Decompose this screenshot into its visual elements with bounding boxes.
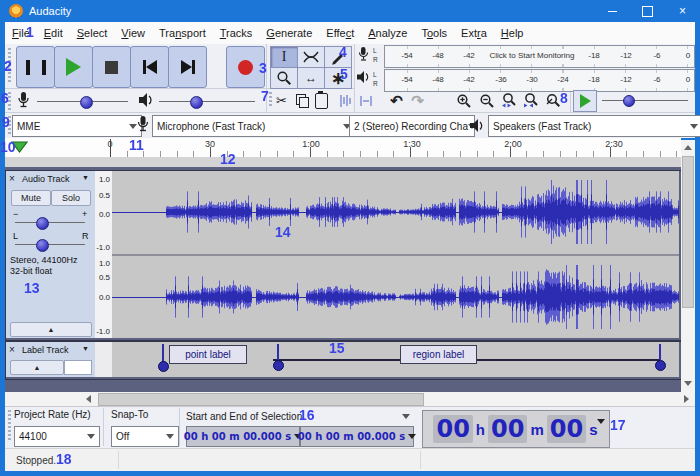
playback-meter[interactable]: -54-48-42-36-30-24-18-12-60 (384, 69, 695, 92)
collapse-label-track-button[interactable]: ▲ (10, 360, 64, 375)
menu-item-transport[interactable]: Transport (152, 27, 213, 39)
play-at-speed-button[interactable] (573, 90, 597, 112)
scroll-down-icon[interactable] (684, 381, 692, 386)
pinned-play-head-icon[interactable] (11, 141, 29, 154)
region-end-pin[interactable] (655, 360, 666, 371)
position-minutes[interactable]: 00 (488, 415, 527, 443)
solo-button[interactable]: Solo (51, 190, 91, 206)
minimize-button[interactable] (595, 0, 630, 22)
zoom-out-button[interactable] (478, 92, 495, 109)
playback-volume-thumb[interactable] (190, 96, 203, 109)
project-rate-select[interactable]: 44100 (14, 426, 100, 447)
draw-tool-button[interactable] (324, 46, 352, 68)
playback-device-select[interactable]: Speakers (Fast Track) (488, 115, 700, 137)
recording-channels-select[interactable]: 2 (Stereo) Recording Cha (349, 115, 475, 137)
envelope-tool-button[interactable] (297, 46, 325, 68)
region-start-pin[interactable] (273, 360, 284, 371)
play-speed-slider[interactable] (602, 100, 688, 101)
mixer-toolbar-grip[interactable] (8, 92, 11, 110)
pan-slider-thumb[interactable] (36, 239, 49, 252)
multi-tool-button[interactable]: ∗ (324, 67, 352, 89)
silence-audio-button[interactable] (357, 92, 374, 109)
play-speed-thumb[interactable] (623, 95, 635, 107)
close-button[interactable]: × (665, 0, 700, 22)
menu-item-extra[interactable]: Extra (454, 27, 494, 39)
redo-button[interactable]: ↷ (409, 92, 426, 109)
point-label-text[interactable]: point label (169, 345, 247, 364)
edit-toolbar-grip[interactable] (269, 92, 272, 108)
selection-end-field[interactable]: 00 h 00 m 00.000 s (300, 426, 414, 447)
collapse-track-button[interactable]: ▲ (10, 322, 92, 337)
gain-slider[interactable] (15, 222, 85, 223)
pan-slider[interactable] (15, 244, 85, 245)
mute-button[interactable]: Mute (11, 190, 51, 206)
recording-meter-mic-icon[interactable] (357, 46, 369, 63)
menu-item-select[interactable]: Select (70, 27, 115, 39)
maximize-button[interactable] (630, 0, 665, 22)
menu-item-tools[interactable]: Tools (414, 27, 454, 39)
audio-track-close-button[interactable]: × (9, 173, 15, 184)
waveform-canvas[interactable] (112, 171, 679, 338)
amplitude-ruler[interactable]: 1.00.50.0-1.01.00.50.0-1.0 (95, 171, 113, 338)
label-track-menu-arrow[interactable]: ▼ (82, 345, 89, 352)
region-end-stem[interactable] (659, 344, 661, 360)
menu-item-generate[interactable]: Generate (259, 27, 319, 39)
position-seconds[interactable]: 00 (547, 415, 586, 443)
label-track-close-button[interactable]: × (9, 344, 15, 355)
title-bar[interactable]: Audacity × (0, 0, 700, 22)
menu-item-analyze[interactable]: Analyze (361, 27, 414, 39)
scroll-up-icon[interactable] (684, 145, 692, 150)
horizontal-scrollbar-thumb[interactable] (98, 393, 424, 406)
play-button[interactable] (54, 46, 93, 88)
undo-button[interactable]: ↶ (388, 92, 405, 109)
vertical-scrollbar-thumb[interactable] (682, 156, 694, 308)
zoom-in-button[interactable] (455, 92, 472, 109)
skip-to-start-button[interactable] (130, 46, 169, 88)
pause-button[interactable] (16, 46, 55, 88)
record-button[interactable] (226, 46, 265, 88)
recording-meter-message[interactable]: Click to Start Monitoring (490, 51, 575, 60)
device-toolbar-grip[interactable] (8, 116, 11, 134)
region-label-text[interactable]: region label (400, 345, 477, 364)
trim-audio-button[interactable] (337, 92, 354, 109)
paste-button[interactable] (313, 92, 330, 109)
gain-slider-thumb[interactable] (36, 217, 49, 230)
timeshift-tool-button[interactable]: ↔ (297, 67, 325, 89)
region-start-stem[interactable] (277, 344, 279, 360)
horizontal-scrollbar[interactable] (5, 392, 695, 406)
cut-button[interactable]: ✂ (273, 92, 290, 109)
fit-selection-button[interactable] (501, 92, 518, 109)
menu-item-view[interactable]: View (114, 27, 152, 39)
audio-track-title[interactable]: Audio Track (22, 174, 70, 184)
recording-volume-thumb[interactable] (80, 96, 93, 109)
transport-toolbar-grip[interactable] (8, 48, 11, 84)
recording-device-select[interactable]: Microphone (Fast Track) (152, 115, 356, 137)
selection-start-field[interactable]: 00 h 00 m 00.000 s (186, 426, 300, 447)
audio-position-display[interactable]: 00 h 00 m 00 s (422, 410, 610, 448)
audio-track-menu-arrow[interactable]: ▼ (82, 174, 89, 181)
position-hours[interactable]: 00 (433, 415, 472, 443)
audio-host-select[interactable]: MME (12, 115, 142, 137)
label-track-content[interactable]: point label region label (112, 342, 679, 377)
skip-to-end-button[interactable] (168, 46, 207, 88)
zoom-toggle-button[interactable] (545, 92, 562, 109)
selection-toolbar-grip[interactable] (8, 410, 11, 442)
menu-item-effect[interactable]: Effect (319, 27, 361, 39)
menu-item-edit[interactable]: Edit (37, 27, 70, 39)
selection-mode-select[interactable]: Start and End of Selection (186, 408, 410, 424)
stop-button[interactable] (92, 46, 131, 88)
playback-volume-slider[interactable] (159, 101, 255, 102)
zoom-tool-button[interactable] (270, 67, 298, 89)
recording-meter[interactable]: Click to Start Monitoring -54-48-42-18-1… (384, 45, 695, 68)
point-label-pin[interactable] (158, 361, 169, 372)
snap-to-select[interactable]: Off (111, 426, 179, 447)
fit-project-button[interactable] (523, 92, 540, 109)
scroll-left-icon[interactable] (86, 395, 91, 403)
scroll-right-icon[interactable] (684, 395, 689, 403)
menu-item-help[interactable]: Help (494, 27, 531, 39)
playback-meter-speaker-icon[interactable] (356, 70, 371, 84)
vertical-scrollbar[interactable] (681, 140, 695, 392)
menu-item-file[interactable]: File (5, 27, 37, 39)
selection-tool-button[interactable]: I (270, 46, 298, 68)
copy-button[interactable] (293, 92, 310, 109)
